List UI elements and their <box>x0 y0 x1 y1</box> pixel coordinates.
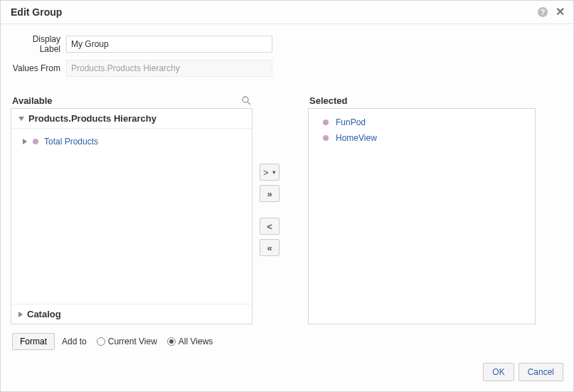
display-label-input[interactable] <box>66 36 272 53</box>
selected-item-label[interactable]: HomeView <box>336 133 377 143</box>
values-from-row: Values From <box>11 60 563 77</box>
dialog-footer: OK Cancel <box>1 356 573 391</box>
help-icon[interactable]: ? <box>537 6 548 18</box>
tree-body: Total Products <box>11 129 252 304</box>
selected-item-funpod[interactable]: FunPod <box>323 115 529 130</box>
cancel-button[interactable]: Cancel <box>519 363 563 381</box>
display-label-row: Display Label <box>11 34 563 54</box>
chevron-right-icon <box>18 312 23 317</box>
chevron-down-icon <box>18 117 24 121</box>
selected-column: Selected FunPod HomeView <box>308 92 536 324</box>
transfer-buttons: >▾ » < « <box>260 164 280 256</box>
selected-box: FunPod HomeView <box>308 108 536 324</box>
search-icon[interactable] <box>240 94 253 107</box>
tree-item-label[interactable]: Total Products <box>44 137 98 147</box>
available-column: Available Products.Products Hierarchy <box>11 92 253 324</box>
radio-label: Current View <box>108 337 157 346</box>
catalog-title: Catalog <box>27 309 61 319</box>
dialog-title: Edit Group <box>11 6 62 18</box>
move-left-button[interactable]: < <box>260 218 280 235</box>
svg-text:?: ? <box>541 8 546 16</box>
addto-label: Add to <box>62 337 87 346</box>
hierarchy-header[interactable]: Products.Products Hierarchy <box>11 109 252 129</box>
ok-button[interactable]: OK <box>483 363 514 381</box>
catalog-header[interactable]: Catalog <box>11 304 252 324</box>
close-icon[interactable]: ✕ <box>556 6 565 18</box>
selected-title: Selected <box>309 95 347 106</box>
move-all-right-button[interactable]: » <box>260 185 280 202</box>
bullet-icon <box>33 139 38 144</box>
available-box: Products.Products Hierarchy Total Produc… <box>11 108 253 324</box>
bullet-icon <box>323 135 329 141</box>
move-right-button[interactable]: >▾ <box>260 164 280 181</box>
edit-group-dialog: Edit Group ? ✕ Display Label Values From… <box>0 0 574 392</box>
svg-line-3 <box>248 102 250 105</box>
values-from-label: Values From <box>11 63 66 73</box>
svg-point-2 <box>243 97 248 102</box>
values-from-input <box>66 60 272 77</box>
radio-icon[interactable] <box>97 337 105 346</box>
radio-all-views[interactable]: All Views <box>167 337 213 346</box>
header-icons: ? ✕ <box>537 6 565 18</box>
selected-item-label[interactable]: FunPod <box>336 117 366 127</box>
display-label-label: Display Label <box>11 34 66 54</box>
format-button[interactable]: Format <box>12 333 55 350</box>
bottom-bar: Format Add to Current View All Views <box>11 333 563 350</box>
available-title: Available <box>12 95 53 106</box>
radio-icon[interactable] <box>167 337 176 346</box>
radio-label: All Views <box>179 337 213 346</box>
dialog-header: Edit Group ? ✕ <box>1 1 573 24</box>
radio-current-view[interactable]: Current View <box>97 337 157 346</box>
chevron-right-icon[interactable] <box>23 139 27 144</box>
move-all-left-button[interactable]: « <box>260 239 280 256</box>
dialog-body: Display Label Values From Available <box>1 24 573 356</box>
selected-item-homeview[interactable]: HomeView <box>323 130 529 146</box>
hierarchy-title: Products.Products Hierarchy <box>28 113 156 124</box>
shuttle-region: Available Products.Products Hierarchy <box>11 92 563 324</box>
bullet-icon <box>323 120 329 125</box>
tree-row-total-products[interactable]: Total Products <box>23 134 246 149</box>
